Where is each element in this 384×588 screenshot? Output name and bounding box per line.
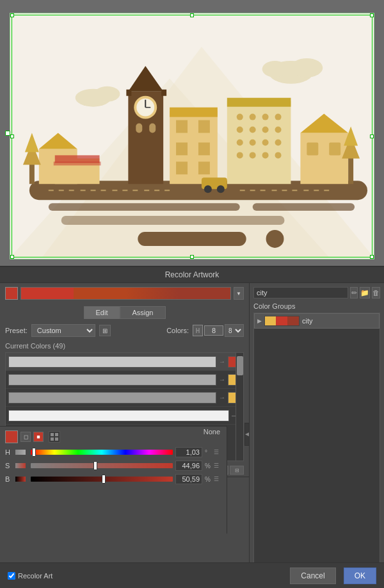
dialog-panel: Recolor Artwork ▼ Edit Assign Preset: Cu…	[0, 266, 384, 588]
color-groups-label: Color Groups	[253, 302, 380, 310]
svg-rect-23	[149, 124, 156, 133]
svg-point-7	[266, 230, 284, 248]
folder-icon-btn[interactable]: 📁	[360, 287, 370, 298]
pencil-icon-btn[interactable]: ✏	[350, 287, 358, 298]
cancel-button[interactable]: Cancel	[290, 568, 335, 584]
canvas-area	[0, 0, 384, 266]
svg-marker-53	[300, 114, 348, 133]
h-slider-row: H ° ☰	[5, 447, 221, 457]
s-unit: %	[205, 462, 211, 470]
cg-color-swatch	[264, 316, 300, 326]
svg-rect-33	[198, 161, 210, 174]
svg-rect-32	[176, 161, 188, 174]
svg-point-42	[262, 127, 269, 133]
b-slider[interactable]	[31, 477, 173, 482]
svg-point-50	[262, 152, 269, 158]
svg-rect-34	[227, 101, 291, 184]
color-groups-list: ▶ city	[253, 313, 380, 581]
color-mode-btn1[interactable]: ◻	[20, 432, 31, 442]
color-strip[interactable]	[20, 287, 231, 300]
color-row-bar-4	[8, 410, 229, 421]
dialog-titlebar: Recolor Artwork	[0, 267, 384, 283]
preset-select[interactable]: Custom 1 Color 2 Colors	[31, 324, 95, 337]
colors-left-icon	[193, 325, 203, 336]
color-strip-dropdown[interactable]: ▼	[234, 287, 244, 300]
svg-rect-77	[55, 437, 58, 441]
assign-tab[interactable]: Assign	[120, 306, 165, 319]
svg-rect-35	[227, 98, 291, 107]
svg-point-46	[262, 139, 269, 145]
options-btn[interactable]: ⊟	[230, 466, 244, 475]
h-slider-icon	[15, 450, 26, 455]
expand-panel-arrow[interactable]: ◄	[244, 423, 250, 446]
arrow-icon-1: →	[219, 358, 225, 365]
grid-options-btn[interactable]	[49, 431, 60, 443]
color-preview-swatch[interactable]	[5, 287, 18, 300]
recolor-art-label[interactable]: Recolor Art	[18, 572, 52, 580]
svg-rect-55	[329, 142, 340, 155]
edit-tab[interactable]: Edit	[84, 306, 120, 319]
color-name-row: ✏ 📁 🗑	[253, 287, 380, 298]
svg-rect-61	[348, 155, 353, 184]
svg-point-47	[275, 139, 282, 145]
svg-point-40	[237, 127, 243, 133]
h-slider[interactable]	[31, 450, 173, 455]
h-slider-thumb[interactable]	[32, 448, 36, 457]
arrow-icon-2: →	[219, 376, 225, 383]
s-options-btn[interactable]: ☰	[214, 462, 221, 469]
ok-button[interactable]: OK	[344, 568, 376, 584]
s-slider-thumb[interactable]	[93, 461, 97, 470]
svg-rect-3	[49, 203, 240, 211]
svg-point-58	[262, 61, 288, 78]
color-row[interactable]: →	[6, 353, 243, 371]
b-label: B	[5, 475, 13, 483]
svg-rect-29	[198, 120, 210, 133]
svg-point-41	[250, 127, 256, 133]
scrollbar-thumb[interactable]	[237, 356, 243, 375]
svg-rect-31	[198, 142, 210, 155]
svg-rect-5	[61, 216, 285, 225]
cg-expand-arrow: ▶	[257, 318, 262, 324]
canvas-inner	[10, 13, 374, 259]
svg-point-51	[275, 152, 282, 158]
s-slider-row: S % ☰	[5, 461, 221, 471]
active-color-preview	[5, 430, 18, 443]
scrollbar-track[interactable]	[236, 353, 243, 461]
svg-point-57	[291, 58, 323, 78]
svg-rect-24	[126, 90, 131, 96]
color-row[interactable]: —	[6, 407, 243, 425]
preset-icon-btn1[interactable]: ⊞	[99, 325, 111, 336]
recolor-art-checkbox[interactable]	[8, 572, 15, 580]
b-options-btn[interactable]: ☰	[214, 476, 221, 482]
colors-type-select[interactable]: 8	[225, 324, 244, 337]
svg-point-44	[237, 139, 243, 145]
s-value-input[interactable]	[175, 461, 202, 471]
h-value-input[interactable]	[175, 447, 202, 457]
delete-icon-btn[interactable]: 🗑	[372, 287, 380, 298]
color-row[interactable]: →	[6, 389, 243, 407]
color-row[interactable]: →	[6, 371, 243, 389]
svg-marker-9	[39, 133, 77, 149]
current-colors-header: Current Colors (49)	[5, 342, 244, 350]
svg-rect-75	[55, 433, 58, 436]
color-icon-row: ◻ ■	[5, 430, 221, 443]
svg-rect-54	[307, 142, 318, 155]
svg-rect-25	[161, 90, 166, 96]
s-slider[interactable]	[31, 463, 173, 468]
svg-marker-12	[25, 133, 39, 152]
color-name-input[interactable]	[253, 287, 348, 298]
dialog-title: Recolor Artwork	[165, 270, 220, 279]
colors-input[interactable]	[204, 325, 223, 336]
b-slider-thumb[interactable]	[102, 475, 106, 484]
h-options-btn[interactable]: ☰	[214, 449, 221, 455]
color-mode-btn2[interactable]: ■	[33, 432, 44, 442]
h-label: H	[5, 448, 13, 456]
svg-point-38	[262, 114, 269, 120]
svg-point-39	[275, 114, 282, 120]
svg-marker-17	[128, 66, 163, 92]
colors-label: Colors:	[166, 327, 189, 334]
svg-rect-74	[51, 433, 54, 436]
color-group-item-city[interactable]: ▶ city	[254, 313, 380, 329]
svg-rect-10	[29, 161, 35, 184]
b-value-input[interactable]	[175, 474, 202, 484]
